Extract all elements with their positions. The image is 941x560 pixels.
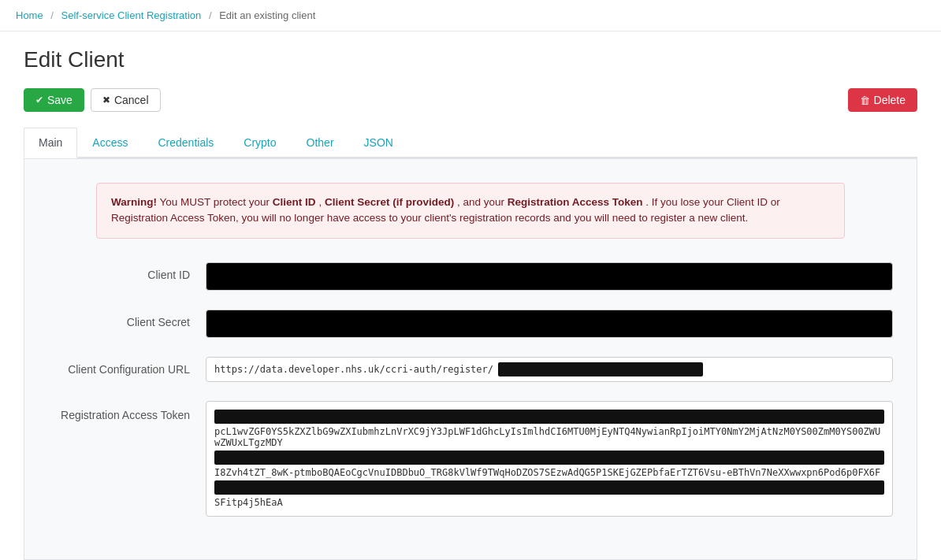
- warning-label: Warning!: [111, 196, 157, 208]
- warning-comma: ,: [318, 196, 325, 208]
- token-line-2: I8Zvh4tZT_8wK-ptmboBQAEoCgcVnuIDBDbuO_TR…: [214, 467, 884, 478]
- warning-token-label: Registration Access Token: [508, 196, 643, 208]
- config-url-label: Client Configuration URL: [48, 357, 206, 376]
- warning-box: Warning! You MUST protect your Client ID…: [96, 183, 845, 239]
- tabs: Main Access Credentials Crypto Other JSO…: [24, 128, 917, 158]
- tab-json[interactable]: JSON: [349, 128, 408, 158]
- registration-token-container: pcL1wvZGF0YS5kZXZlbG9wZXIubmhzLnVrXC9jY3…: [206, 401, 893, 517]
- page-content: Edit Client ✔ Save ✖ Cancel 🗑 Delete Mai…: [0, 32, 941, 560]
- page-title: Edit Client: [24, 47, 917, 72]
- client-id-group: Client ID: [48, 262, 893, 291]
- token-line-1: pcL1wvZGF0YS5kZXZlbG9wZXIubmhzLnVrXC9jY3…: [214, 426, 884, 448]
- breadcrumb-current: Edit an existing client: [219, 9, 315, 21]
- tab-main[interactable]: Main: [24, 128, 77, 158]
- config-url-container: https://data.developer.nhs.uk/ccri-auth/…: [206, 357, 893, 382]
- client-id-input[interactable]: [206, 262, 893, 291]
- tab-other[interactable]: Other: [292, 128, 349, 158]
- token-masked-line-3: [214, 480, 884, 495]
- check-icon: ✔: [35, 95, 43, 106]
- tab-credentials[interactable]: Credentials: [143, 128, 229, 158]
- breadcrumb-self-service-link[interactable]: Self-service Client Registration: [61, 9, 202, 21]
- cancel-button[interactable]: ✖ Cancel: [91, 88, 161, 112]
- client-id-label: Client ID: [48, 262, 206, 281]
- warning-text-mid: , and your: [457, 196, 508, 208]
- registration-token-label: Registration Access Token: [48, 401, 206, 421]
- warning-client-secret: Client Secret (if provided): [325, 196, 454, 208]
- save-button[interactable]: ✔ Save: [24, 88, 84, 112]
- delete-button[interactable]: 🗑 Delete: [848, 88, 917, 112]
- breadcrumb: Home / Self-service Client Registration …: [0, 0, 941, 32]
- tab-crypto[interactable]: Crypto: [229, 128, 291, 158]
- trash-icon: 🗑: [860, 95, 870, 106]
- main-card: Warning! You MUST protect your Client ID…: [24, 158, 917, 560]
- client-secret-group: Client Secret: [48, 310, 893, 338]
- config-url-masked: [498, 362, 703, 376]
- token-masked-line-2: [214, 451, 884, 465]
- tab-access[interactable]: Access: [77, 128, 143, 158]
- token-masked-line-1: [214, 410, 884, 424]
- warning-text-before: You MUST protect your: [160, 196, 273, 208]
- breadcrumb-home-link[interactable]: Home: [16, 9, 43, 21]
- registration-token-group: Registration Access Token pcL1wvZGF0YS5k…: [48, 401, 893, 517]
- config-url-prefix: https://data.developer.nhs.uk/ccri-auth/…: [214, 364, 493, 375]
- breadcrumb-sep-2: /: [209, 9, 212, 21]
- toolbar-left: ✔ Save ✖ Cancel: [24, 88, 161, 112]
- config-url-group: Client Configuration URL https://data.de…: [48, 357, 893, 382]
- cancel-icon: ✖: [102, 95, 110, 106]
- token-line-3: SFitp4j5hEaA: [214, 497, 884, 508]
- client-secret-input[interactable]: [206, 310, 893, 338]
- breadcrumb-sep-1: /: [50, 9, 54, 21]
- toolbar: ✔ Save ✖ Cancel 🗑 Delete: [24, 88, 917, 112]
- toolbar-right: 🗑 Delete: [848, 88, 917, 112]
- client-secret-label: Client Secret: [48, 310, 206, 328]
- warning-client-id: Client ID: [273, 196, 316, 208]
